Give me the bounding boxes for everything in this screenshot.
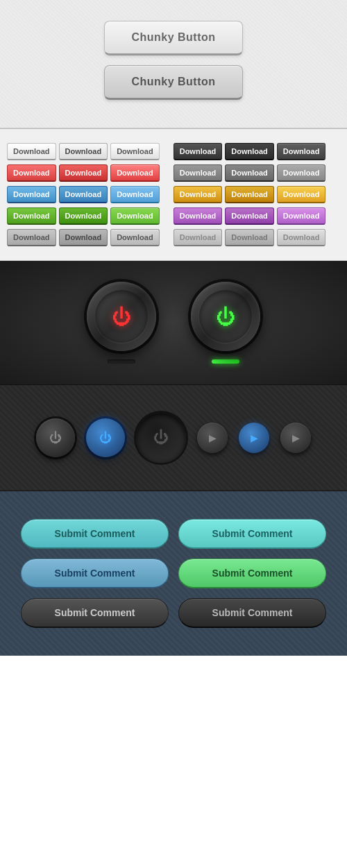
download-btn-green-2[interactable]: Download <box>59 207 108 225</box>
download-button-section: Download Download Download Download Down… <box>0 129 347 261</box>
submit-btn-blue[interactable]: Submit Comment <box>21 559 169 588</box>
power-icon-small-gray: ⏻ <box>49 431 62 445</box>
download-btn-yellow-2[interactable]: Download <box>225 186 274 203</box>
download-row-dgray: Download Download Download <box>174 164 326 182</box>
download-btn-blue-1[interactable]: Download <box>7 186 56 203</box>
power-knob-section: ⏻ ⏻ <box>0 261 347 385</box>
power-icon-green: ⏻ <box>216 305 235 328</box>
submit-grid: Submit Comment Submit Comment Submit Com… <box>21 519 326 628</box>
chunky-button-2[interactable]: Chunky Button <box>104 65 243 100</box>
download-btn-dark-1[interactable]: Download <box>174 143 223 160</box>
download-row-dark: Download Download Download <box>174 143 326 160</box>
download-btn-white-2[interactable]: Download <box>59 143 108 160</box>
power-icon-small-blue: ⏻ <box>99 431 112 445</box>
submit-btn-cyan-2[interactable]: Submit Comment <box>178 519 326 549</box>
download-btn-yellow-3[interactable]: Download <box>277 186 326 203</box>
submit-btn-dark-1[interactable]: Submit Comment <box>21 598 169 628</box>
download-btn-dgray-3[interactable]: Download <box>277 164 326 182</box>
submit-btn-cyan-1[interactable]: Submit Comment <box>21 519 169 549</box>
power-knob-outer-red[interactable]: ⏻ <box>87 282 156 351</box>
download-btn-purple-3[interactable]: Download <box>277 207 326 225</box>
download-btn-purple-1[interactable]: Download <box>174 207 223 225</box>
play-btn-dark[interactable]: ▶ <box>197 423 228 453</box>
power-icon-small-dark: ⏻ <box>153 429 169 447</box>
download-btn-gray-2[interactable]: Download <box>59 229 108 246</box>
download-row-gray: Download Download Download <box>7 229 160 246</box>
power-small-section: ⏻ ⏻ ⏻ ▶ ▶ ▶ <box>0 385 347 491</box>
power-btn-dark[interactable]: ⏻ <box>36 418 75 457</box>
download-btn-green-1[interactable]: Download <box>7 207 56 225</box>
power-knob-outer-green[interactable]: ⏻ <box>191 282 260 351</box>
download-row-red: Download Download Download <box>7 164 160 182</box>
play-btn-dark-2[interactable]: ▶ <box>280 423 311 453</box>
download-btn-red-1[interactable]: Download <box>7 164 56 182</box>
submit-btn-dark-2[interactable]: Submit Comment <box>178 598 326 628</box>
power-btn-recessed[interactable]: ⏻ <box>136 413 186 463</box>
download-btn-dark-2[interactable]: Download <box>225 143 274 160</box>
download-btn-lgray-1[interactable]: Download <box>174 229 223 246</box>
power-indicator-off <box>108 359 135 364</box>
download-btn-red-3[interactable]: Download <box>110 164 160 182</box>
download-btn-white-1[interactable]: Download <box>7 143 56 160</box>
play-btn-blue[interactable]: ▶ <box>239 423 269 453</box>
power-btn-blue[interactable]: ⏻ <box>86 418 125 457</box>
play-icon-blue: ▶ <box>251 432 258 443</box>
download-btn-green-3[interactable]: Download <box>110 207 160 225</box>
chunky-button-1[interactable]: Chunky Button <box>104 21 243 56</box>
download-btn-purple-2[interactable]: Download <box>225 207 274 225</box>
play-icon-dark: ▶ <box>209 432 217 443</box>
download-btn-dark-3[interactable]: Download <box>277 143 326 160</box>
play-icon-dark-2: ▶ <box>292 432 300 443</box>
submit-btn-green[interactable]: Submit Comment <box>178 559 326 588</box>
submit-section: Submit Comment Submit Comment Submit Com… <box>0 491 347 656</box>
download-btn-dgray-1[interactable]: Download <box>174 164 223 182</box>
power-knob-red: ⏻ <box>87 282 156 364</box>
download-btn-dgray-2[interactable]: Download <box>225 164 274 182</box>
download-row-lgray: Download Download Download <box>174 229 326 246</box>
download-left-col: Download Download Download Download Down… <box>7 143 160 246</box>
power-knob-inner-red: ⏻ <box>95 290 148 343</box>
download-row-blue: Download Download Download <box>7 186 160 203</box>
download-btn-yellow-1[interactable]: Download <box>174 186 223 203</box>
download-row-green: Download Download Download <box>7 207 160 225</box>
power-indicator-on <box>212 359 239 364</box>
download-row-white: Download Download Download <box>7 143 160 160</box>
download-btn-white-3[interactable]: Download <box>110 143 160 160</box>
download-btn-lgray-2[interactable]: Download <box>225 229 274 246</box>
chunky-button-section: Chunky Button Chunky Button <box>0 0 347 128</box>
download-btn-gray-1[interactable]: Download <box>7 229 56 246</box>
download-btn-gray-3[interactable]: Download <box>110 229 160 246</box>
download-btn-blue-2[interactable]: Download <box>59 186 108 203</box>
download-row-purple: Download Download Download <box>174 207 326 225</box>
download-btn-lgray-3[interactable]: Download <box>277 229 326 246</box>
power-knob-green: ⏻ <box>191 282 260 364</box>
download-row-yellow: Download Download Download <box>174 186 326 203</box>
download-right-col: Download Download Download Download Down… <box>174 143 326 246</box>
power-icon-red: ⏻ <box>112 305 131 328</box>
download-btn-red-2[interactable]: Download <box>59 164 108 182</box>
power-knob-inner-green: ⏻ <box>199 290 252 343</box>
download-btn-blue-3[interactable]: Download <box>110 186 160 203</box>
